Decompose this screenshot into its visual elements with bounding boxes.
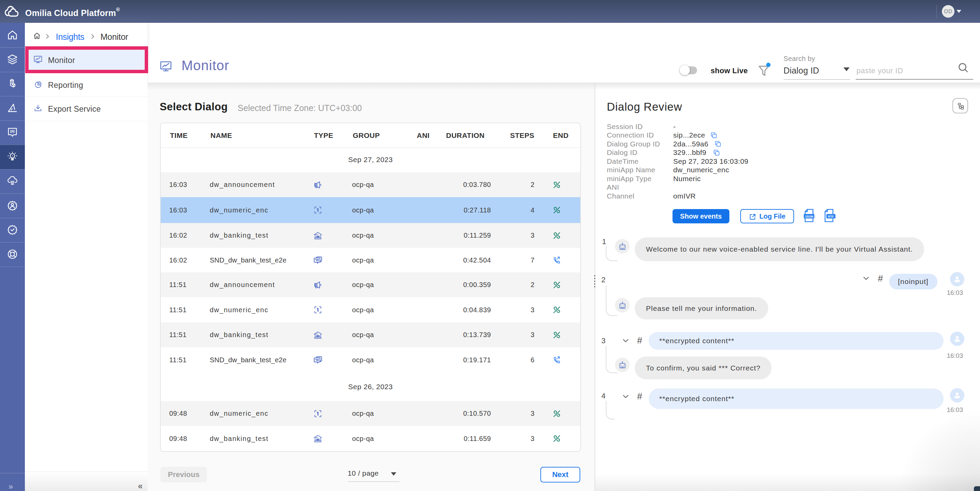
svg-text:RTF: RTF: [828, 215, 834, 218]
svg-text:JSON: JSON: [805, 215, 813, 218]
